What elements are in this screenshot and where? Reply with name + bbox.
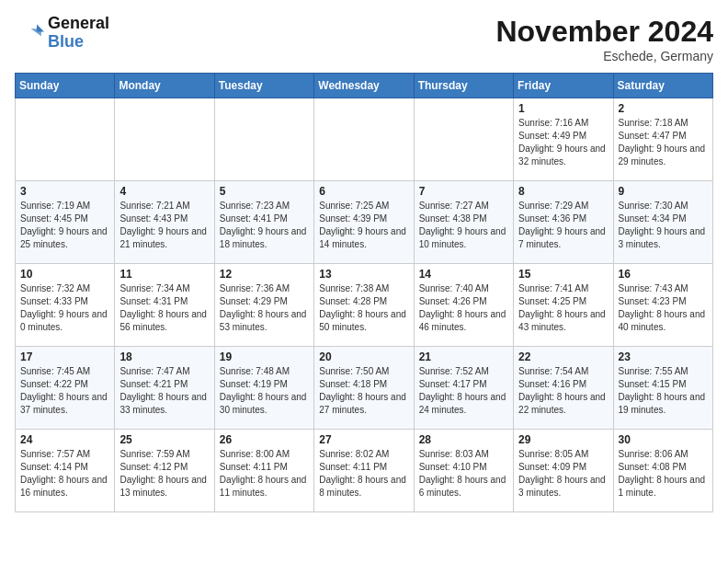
day-info: Sunrise: 7:19 AM Sunset: 4:45 PM Dayligh… [20,200,109,251]
calendar-cell: 26Sunrise: 8:00 AM Sunset: 4:11 PM Dayli… [214,430,313,512]
logo-text: General Blue [48,15,109,52]
location: Eschede, Germany [495,49,713,63]
day-number: 15 [518,268,608,281]
calendar-cell: 16Sunrise: 7:43 AM Sunset: 4:23 PM Dayli… [613,264,712,347]
day-number: 13 [319,268,408,281]
day-number: 6 [319,185,408,198]
day-number: 30 [619,433,708,446]
weekday-header-saturday: Saturday [613,74,712,98]
calendar-cell: 23Sunrise: 7:55 AM Sunset: 4:15 PM Dayli… [613,347,712,430]
day-number: 23 [619,350,708,363]
calendar-cell [214,98,313,181]
day-number: 22 [518,350,608,363]
calendar-cell: 13Sunrise: 7:38 AM Sunset: 4:28 PM Dayli… [314,264,414,347]
day-info: Sunrise: 7:40 AM Sunset: 4:26 PM Dayligh… [419,282,508,334]
calendar-week-row: 10Sunrise: 7:32 AM Sunset: 4:33 PM Dayli… [16,264,713,347]
weekday-header-monday: Monday [115,74,214,98]
title-block: November 2024 Eschede, Germany [495,15,713,63]
day-number: 18 [119,350,209,363]
calendar-cell: 12Sunrise: 7:36 AM Sunset: 4:29 PM Dayli… [214,264,313,347]
day-info: Sunrise: 7:57 AM Sunset: 4:14 PM Dayligh… [20,448,109,500]
day-info: Sunrise: 8:00 AM Sunset: 4:11 PM Dayligh… [220,448,309,500]
day-number: 10 [20,268,109,281]
day-info: Sunrise: 8:06 AM Sunset: 4:08 PM Dayligh… [619,448,708,500]
day-info: Sunrise: 7:18 AM Sunset: 4:47 PM Dayligh… [619,117,708,168]
day-number: 4 [119,185,209,198]
day-number: 21 [419,350,508,363]
day-info: Sunrise: 8:03 AM Sunset: 4:10 PM Dayligh… [419,448,508,500]
calendar-cell: 21Sunrise: 7:52 AM Sunset: 4:17 PM Dayli… [414,347,513,430]
day-number: 3 [20,185,109,198]
day-number: 17 [20,350,109,363]
day-info: Sunrise: 8:05 AM Sunset: 4:09 PM Dayligh… [518,448,608,500]
day-info: Sunrise: 8:02 AM Sunset: 4:11 PM Dayligh… [319,448,408,500]
calendar-cell: 29Sunrise: 8:05 AM Sunset: 4:09 PM Dayli… [514,430,613,512]
day-info: Sunrise: 7:43 AM Sunset: 4:23 PM Dayligh… [619,282,708,334]
day-number: 9 [619,185,708,198]
day-number: 11 [119,268,209,281]
calendar-cell [314,98,414,181]
calendar-cell: 24Sunrise: 7:57 AM Sunset: 4:14 PM Dayli… [16,430,115,512]
calendar-cell: 22Sunrise: 7:54 AM Sunset: 4:16 PM Dayli… [514,347,613,430]
day-info: Sunrise: 7:54 AM Sunset: 4:16 PM Dayligh… [518,365,608,417]
calendar-cell [16,98,115,181]
weekday-header-thursday: Thursday [414,74,513,98]
day-info: Sunrise: 7:34 AM Sunset: 4:31 PM Dayligh… [119,282,209,334]
calendar-week-row: 24Sunrise: 7:57 AM Sunset: 4:14 PM Dayli… [16,430,713,512]
calendar-cell: 9Sunrise: 7:30 AM Sunset: 4:34 PM Daylig… [613,181,712,264]
page-header: General Blue November 2024 Eschede, Germ… [15,15,713,63]
day-number: 27 [319,433,408,446]
calendar-week-row: 3Sunrise: 7:19 AM Sunset: 4:45 PM Daylig… [16,181,713,264]
day-info: Sunrise: 7:38 AM Sunset: 4:28 PM Dayligh… [319,282,408,334]
day-info: Sunrise: 7:21 AM Sunset: 4:43 PM Dayligh… [119,200,209,251]
day-number: 25 [119,433,209,446]
day-number: 5 [220,185,309,198]
day-number: 1 [518,102,608,115]
calendar-table: SundayMondayTuesdayWednesdayThursdayFrid… [15,73,713,512]
calendar-cell: 20Sunrise: 7:50 AM Sunset: 4:18 PM Dayli… [314,347,414,430]
calendar-cell: 10Sunrise: 7:32 AM Sunset: 4:33 PM Dayli… [16,264,115,347]
day-number: 7 [419,185,508,198]
calendar-cell: 17Sunrise: 7:45 AM Sunset: 4:22 PM Dayli… [16,347,115,430]
day-info: Sunrise: 7:16 AM Sunset: 4:49 PM Dayligh… [518,117,608,168]
day-number: 12 [220,268,309,281]
day-number: 20 [319,350,408,363]
weekday-header-row: SundayMondayTuesdayWednesdayThursdayFrid… [16,74,713,98]
calendar-cell: 15Sunrise: 7:41 AM Sunset: 4:25 PM Dayli… [514,264,613,347]
day-info: Sunrise: 7:27 AM Sunset: 4:38 PM Dayligh… [419,200,508,251]
day-info: Sunrise: 7:59 AM Sunset: 4:12 PM Dayligh… [119,448,209,500]
day-number: 26 [220,433,309,446]
calendar-cell: 30Sunrise: 8:06 AM Sunset: 4:08 PM Dayli… [613,430,712,512]
day-info: Sunrise: 7:29 AM Sunset: 4:36 PM Dayligh… [518,200,608,251]
day-number: 8 [518,185,608,198]
weekday-header-sunday: Sunday [16,74,115,98]
day-info: Sunrise: 7:52 AM Sunset: 4:17 PM Dayligh… [419,365,508,417]
day-number: 28 [419,433,508,446]
calendar-cell: 14Sunrise: 7:40 AM Sunset: 4:26 PM Dayli… [414,264,513,347]
day-info: Sunrise: 7:50 AM Sunset: 4:18 PM Dayligh… [319,365,408,417]
calendar-cell: 6Sunrise: 7:25 AM Sunset: 4:39 PM Daylig… [314,181,414,264]
day-info: Sunrise: 7:23 AM Sunset: 4:41 PM Dayligh… [220,200,309,251]
day-info: Sunrise: 7:48 AM Sunset: 4:19 PM Dayligh… [220,365,309,417]
calendar-cell: 18Sunrise: 7:47 AM Sunset: 4:21 PM Dayli… [115,347,214,430]
calendar-cell: 7Sunrise: 7:27 AM Sunset: 4:38 PM Daylig… [414,181,513,264]
calendar-cell: 1Sunrise: 7:16 AM Sunset: 4:49 PM Daylig… [514,98,613,181]
calendar-cell [414,98,513,181]
calendar-cell: 8Sunrise: 7:29 AM Sunset: 4:36 PM Daylig… [514,181,613,264]
calendar-cell: 25Sunrise: 7:59 AM Sunset: 4:12 PM Dayli… [115,430,214,512]
day-number: 16 [619,268,708,281]
weekday-header-tuesday: Tuesday [214,74,313,98]
day-number: 29 [518,433,608,446]
logo: General Blue [15,15,109,52]
calendar-cell: 27Sunrise: 8:02 AM Sunset: 4:11 PM Dayli… [314,430,414,512]
calendar-cell: 11Sunrise: 7:34 AM Sunset: 4:31 PM Dayli… [115,264,214,347]
svg-marker-1 [31,29,41,36]
calendar-cell: 28Sunrise: 8:03 AM Sunset: 4:10 PM Dayli… [414,430,513,512]
calendar-cell [115,98,214,181]
day-info: Sunrise: 7:36 AM Sunset: 4:29 PM Dayligh… [220,282,309,334]
logo-icon [15,18,44,48]
day-info: Sunrise: 7:32 AM Sunset: 4:33 PM Dayligh… [20,282,109,334]
calendar-week-row: 1Sunrise: 7:16 AM Sunset: 4:49 PM Daylig… [16,98,713,181]
day-info: Sunrise: 7:30 AM Sunset: 4:34 PM Dayligh… [619,200,708,251]
day-info: Sunrise: 7:41 AM Sunset: 4:25 PM Dayligh… [518,282,608,334]
